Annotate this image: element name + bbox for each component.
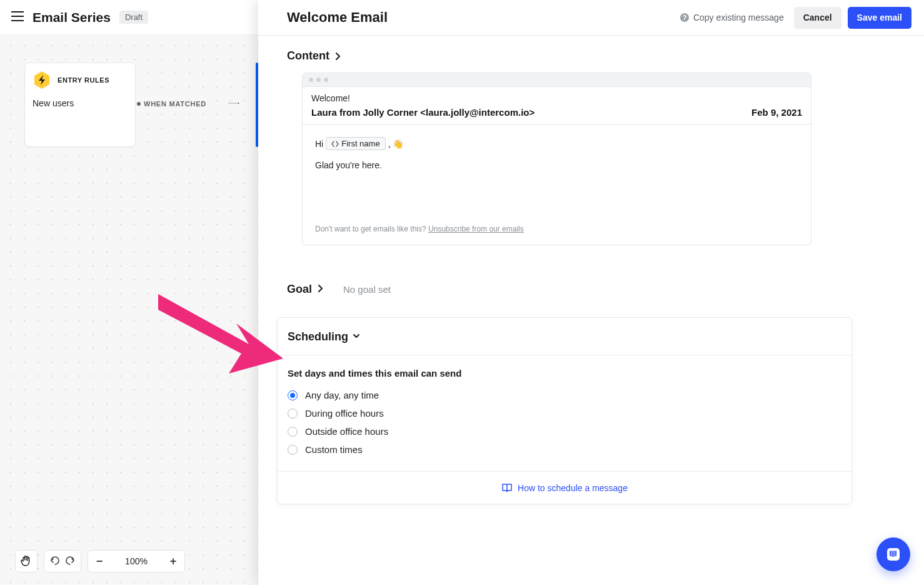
drawer-title: Welcome Email bbox=[287, 9, 680, 26]
email-header: Welcome! Laura from Jolly Corner <laura.… bbox=[303, 87, 811, 125]
greeting-suffix: , 👋 bbox=[388, 139, 404, 149]
save-email-button[interactable]: Save email bbox=[848, 7, 911, 29]
redo-button[interactable] bbox=[66, 556, 76, 567]
copy-existing-message-link[interactable]: ? Copy existing message bbox=[680, 13, 784, 23]
goal-section-header[interactable]: Goal No goal set bbox=[287, 283, 911, 296]
email-subject: Welcome! bbox=[311, 93, 802, 103]
entry-rules-node[interactable]: ENTRY RULES New users bbox=[24, 63, 136, 147]
greeting-prefix: Hi bbox=[315, 139, 323, 149]
unsubscribe-link[interactable]: Unsubscribe from our emails bbox=[428, 225, 524, 233]
hand-icon bbox=[21, 555, 32, 567]
series-canvas[interactable]: ENTRY RULES New users WHEN MATCHED − 100 bbox=[0, 35, 258, 585]
menu-icon[interactable] bbox=[11, 11, 24, 23]
cancel-button[interactable]: Cancel bbox=[794, 7, 841, 29]
pan-tool-button[interactable] bbox=[15, 550, 38, 572]
email-preview-card[interactable]: Welcome! Laura from Jolly Corner <laura.… bbox=[302, 73, 811, 245]
drawer-header: Welcome Email ? Copy existing message Ca… bbox=[258, 0, 924, 36]
messenger-icon bbox=[885, 546, 901, 562]
attribute-chip[interactable]: First name bbox=[326, 137, 385, 150]
schedule-option-any[interactable]: Any day, any time bbox=[288, 386, 841, 404]
scheduling-help-label: How to schedule a message bbox=[518, 483, 628, 493]
edge-label: WHEN MATCHED bbox=[137, 100, 206, 108]
radio-input[interactable] bbox=[288, 409, 298, 419]
history-buttons bbox=[44, 550, 81, 572]
chevron-right-icon bbox=[316, 284, 324, 295]
scheduling-section-header[interactable]: Scheduling bbox=[278, 318, 851, 355]
zoom-control: − 100% + bbox=[88, 550, 185, 572]
scheduling-help-link[interactable]: How to schedule a message bbox=[278, 471, 851, 504]
undo-button[interactable] bbox=[49, 556, 59, 567]
window-dot-icon bbox=[309, 78, 313, 82]
zoom-level: 100% bbox=[125, 556, 148, 566]
window-chrome bbox=[303, 73, 811, 87]
expand-arrows-icon bbox=[331, 141, 339, 147]
schedule-option-office[interactable]: During office hours bbox=[288, 404, 841, 422]
node-description: New users bbox=[33, 98, 128, 108]
help-icon: ? bbox=[680, 13, 690, 23]
email-body-line: Glad you're here. bbox=[315, 160, 798, 170]
radio-label: Outside office hours bbox=[305, 426, 388, 437]
window-dot-icon bbox=[324, 78, 328, 82]
lightning-icon bbox=[33, 71, 51, 89]
scheduling-label: Scheduling bbox=[288, 330, 348, 343]
edge-arrow-icon bbox=[211, 103, 256, 104]
node-tag: ENTRY RULES bbox=[58, 76, 109, 84]
email-from: Laura from Jolly Corner <laura.jolly@int… bbox=[311, 107, 535, 118]
scheduling-body: Set days and times this email can send A… bbox=[278, 355, 851, 471]
email-editor-drawer: Welcome Email ? Copy existing message Ca… bbox=[258, 0, 924, 585]
radio-input[interactable] bbox=[288, 445, 298, 455]
topbar: Email Series Draft bbox=[0, 0, 258, 35]
messenger-launcher[interactable] bbox=[876, 537, 910, 571]
radio-label: During office hours bbox=[305, 408, 384, 419]
scheduling-subheading: Set days and times this email can send bbox=[288, 368, 841, 379]
zoom-out-button[interactable]: − bbox=[88, 551, 111, 572]
goal-label: Goal bbox=[287, 283, 312, 296]
chevron-right-icon bbox=[333, 52, 342, 61]
unsubscribe-footer: Don't want to get emails like this? Unsu… bbox=[303, 225, 811, 245]
content-section-header[interactable]: Content bbox=[287, 49, 911, 63]
unsubscribe-prefix: Don't want to get emails like this? bbox=[315, 225, 428, 233]
zoom-in-button[interactable]: + bbox=[162, 551, 184, 572]
radio-label: Custom times bbox=[305, 444, 363, 455]
email-body[interactable]: Hi First name , 👋 Glad you're here. bbox=[303, 125, 811, 225]
chevron-down-icon bbox=[352, 332, 361, 342]
attribute-chip-label: First name bbox=[341, 139, 379, 148]
radio-input[interactable] bbox=[288, 427, 298, 437]
status-badge: Draft bbox=[119, 11, 148, 24]
drawer-body: Content Welcome! Laura from Jolly Corner… bbox=[258, 36, 924, 585]
radio-input[interactable] bbox=[288, 390, 298, 400]
canvas-toolbar: − 100% + bbox=[15, 550, 185, 572]
svg-text:?: ? bbox=[683, 14, 687, 21]
email-date: Feb 9, 2021 bbox=[751, 107, 802, 118]
scheduling-card: Scheduling Set days and times this email… bbox=[277, 317, 852, 504]
page-title: Email Series bbox=[33, 10, 111, 25]
edge-dot-icon bbox=[137, 102, 141, 106]
edge-label-text: WHEN MATCHED bbox=[144, 100, 206, 108]
schedule-option-custom[interactable]: Custom times bbox=[288, 440, 841, 459]
goal-status: No goal set bbox=[343, 284, 391, 295]
copy-existing-label: Copy existing message bbox=[693, 13, 784, 23]
window-dot-icon bbox=[316, 78, 321, 82]
content-section-label: Content bbox=[287, 49, 329, 63]
radio-label: Any day, any time bbox=[305, 390, 379, 400]
book-icon bbox=[501, 483, 513, 493]
schedule-option-outside[interactable]: Outside office hours bbox=[288, 422, 841, 440]
